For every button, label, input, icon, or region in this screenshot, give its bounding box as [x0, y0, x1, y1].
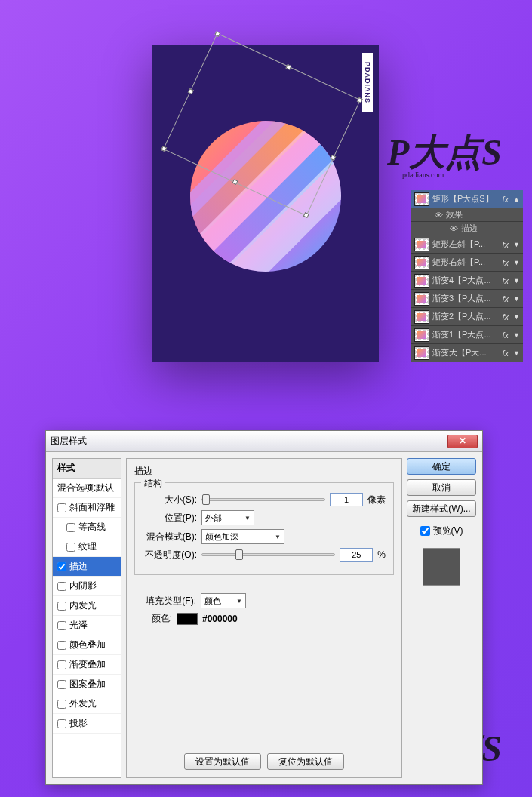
style-label: 斜面和浮雕: [69, 501, 115, 514]
layer-row[interactable]: 矩形右斜【P... fx ▼: [411, 254, 523, 272]
preview-check-input[interactable]: [420, 526, 430, 536]
dialog-buttons: 确定 取消 新建样式(W)... 预览(V): [407, 458, 476, 778]
fill-type-select[interactable]: 颜色: [201, 593, 246, 608]
style-checkbox[interactable]: [57, 660, 66, 669]
collapse-icon[interactable]: ▼: [513, 241, 520, 248]
preview-swatch: [423, 548, 460, 586]
cancel-button[interactable]: 取消: [407, 479, 476, 496]
style-checkbox[interactable]: [57, 503, 66, 512]
dialog-titlebar[interactable]: 图层样式 ✕: [46, 431, 482, 452]
layer-row[interactable]: 渐变3【P大点... fx ▼: [411, 290, 523, 308]
fx-icon[interactable]: fx: [501, 276, 511, 285]
fill-fieldset: 填充类型(F): 颜色 颜色: #000000: [134, 583, 394, 638]
preview-checkbox[interactable]: 预览(V): [407, 525, 476, 537]
style-label: 描边: [69, 560, 88, 573]
layer-name: 矩形左斜【P...: [432, 238, 498, 250]
fx-icon[interactable]: fx: [501, 331, 511, 340]
style-item[interactable]: 投影: [53, 714, 121, 734]
style-item[interactable]: 渐变叠加: [53, 655, 121, 675]
collapse-icon[interactable]: ▲: [513, 195, 520, 203]
layer-name: 渐变4【P大点...: [432, 275, 498, 286]
style-item[interactable]: 纹理: [53, 537, 121, 557]
color-swatch[interactable]: [177, 613, 198, 625]
style-checkbox[interactable]: [57, 602, 66, 611]
layer-row[interactable]: 渐变大【P大... fx ▼: [411, 344, 523, 362]
collapse-icon[interactable]: ▼: [513, 259, 520, 266]
layer-row[interactable]: 渐变4【P大点... fx ▼: [411, 272, 523, 290]
style-item[interactable]: 等高线: [53, 518, 121, 537]
style-item[interactable]: 描边: [53, 557, 121, 577]
layer-row[interactable]: 矩形左斜【P... fx ▼: [411, 235, 523, 254]
fx-icon[interactable]: fx: [501, 349, 511, 358]
style-item[interactable]: 内阴影: [53, 577, 121, 596]
style-checkbox[interactable]: [57, 621, 66, 630]
style-checkbox[interactable]: [57, 562, 66, 571]
effects-header[interactable]: 👁 效果: [411, 208, 523, 222]
style-checkbox[interactable]: [66, 543, 75, 552]
style-label: 投影: [69, 717, 88, 730]
new-style-button[interactable]: 新建样式(W)...: [407, 500, 476, 517]
style-checkbox[interactable]: [57, 680, 66, 689]
visibility-icon[interactable]: 👁: [434, 211, 443, 220]
layer-row[interactable]: 渐变2【P大点... fx ▼: [411, 308, 523, 326]
collapse-icon[interactable]: ▼: [513, 313, 520, 321]
size-unit: 像素: [367, 494, 386, 506]
size-slider[interactable]: [201, 498, 325, 501]
watermark-logo: P大点S pdadians.com: [387, 128, 502, 179]
style-checkbox[interactable]: [66, 523, 75, 532]
style-label: 光泽: [69, 619, 88, 632]
color-hex: #000000: [202, 614, 238, 624]
style-checkbox[interactable]: [57, 641, 66, 650]
collapse-icon[interactable]: ▼: [513, 349, 520, 357]
effect-item[interactable]: 👁 描边: [411, 222, 523, 235]
document-canvas[interactable]: PDADIANS: [152, 45, 379, 362]
style-label: 图案叠加: [69, 678, 106, 691]
style-list[interactable]: 样式 混合选项:默认 斜面和浮雕等高线纹理描边内阴影内发光光泽颜色叠加渐变叠加图…: [52, 458, 121, 778]
position-select[interactable]: 外部: [201, 510, 254, 525]
close-button[interactable]: ✕: [447, 435, 478, 448]
style-label: 颜色叠加: [69, 639, 106, 651]
layer-name: 渐变大【P大...: [432, 347, 498, 358]
style-label: 内发光: [69, 599, 97, 612]
structure-legend: 结构: [141, 477, 165, 490]
style-label: 外发光: [69, 697, 97, 710]
style-item[interactable]: 内发光: [53, 596, 121, 616]
opacity-unit: %: [377, 549, 386, 560]
layer-thumbnail: [414, 310, 429, 324]
blend-mode-select[interactable]: 颜色加深: [201, 529, 284, 544]
reset-default-button[interactable]: 复位为默认值: [267, 753, 344, 770]
style-checkbox[interactable]: [57, 719, 66, 728]
layers-panel[interactable]: 矩形【P大点S】 fx ▲ 👁 效果 👁 描边 矩形左斜【P... fx ▼ 矩…: [411, 190, 523, 362]
layer-name: 渐变2【P大点...: [432, 311, 498, 322]
style-item[interactable]: 颜色叠加: [53, 635, 121, 655]
style-item[interactable]: 斜面和浮雕: [53, 498, 121, 518]
fx-icon[interactable]: fx: [501, 195, 511, 204]
fx-icon[interactable]: fx: [501, 312, 511, 322]
opacity-input[interactable]: [340, 548, 373, 562]
blend-options[interactable]: 混合选项:默认: [53, 479, 121, 498]
ok-button[interactable]: 确定: [407, 458, 476, 475]
collapse-icon[interactable]: ▼: [513, 277, 520, 285]
style-checkbox[interactable]: [57, 700, 66, 709]
fx-icon[interactable]: fx: [501, 294, 511, 303]
fx-icon[interactable]: fx: [501, 258, 511, 267]
style-checkbox[interactable]: [57, 582, 66, 591]
collapse-icon[interactable]: ▼: [513, 295, 520, 303]
opacity-label: 不透明度(O):: [143, 549, 197, 562]
set-default-button[interactable]: 设置为默认值: [184, 753, 261, 770]
layer-row[interactable]: 渐变1【P大点... fx ▼: [411, 326, 523, 344]
layer-row[interactable]: 矩形【P大点S】 fx ▲: [411, 190, 523, 208]
layer-thumbnail: [414, 346, 429, 360]
effect-name: 描边: [461, 223, 478, 234]
style-item[interactable]: 图案叠加: [53, 675, 121, 694]
visibility-icon[interactable]: 👁: [449, 224, 458, 233]
style-item[interactable]: 光泽: [53, 616, 121, 635]
layer-thumbnail: [414, 238, 429, 251]
style-item[interactable]: 外发光: [53, 694, 121, 714]
structure-fieldset: 结构 大小(S): 像素 位置(P): 外部 混合模式(B): 颜色加深 不透明…: [134, 482, 394, 575]
collapse-icon[interactable]: ▼: [513, 331, 520, 339]
layer-name: 渐变1【P大点...: [432, 329, 498, 340]
opacity-slider[interactable]: [201, 553, 335, 556]
fx-icon[interactable]: fx: [501, 240, 511, 249]
size-input[interactable]: [330, 493, 363, 506]
